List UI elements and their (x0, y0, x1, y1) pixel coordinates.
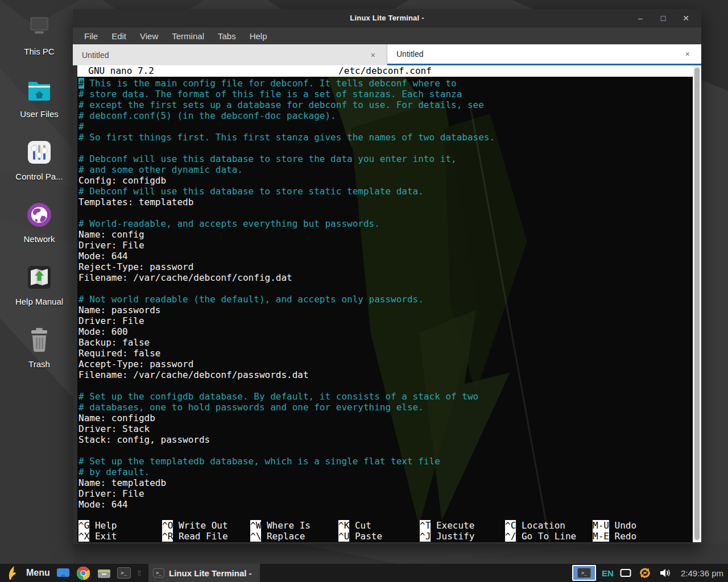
editor-line[interactable]: Driver: Stack (77, 423, 693, 434)
editor-line[interactable]: # databases, one to hold passwords and o… (77, 402, 693, 413)
editor-line[interactable]: Name: config (77, 229, 693, 240)
shortcut-write-out[interactable]: ^O Write Out (162, 520, 250, 531)
chrome-browser-icon[interactable] (76, 566, 91, 580)
desktop-icon-trash[interactable]: Trash (3, 325, 75, 388)
shortcut-exit[interactable]: ^X Exit (78, 531, 162, 542)
shortcut-justify[interactable]: ^J Justify (420, 531, 505, 542)
shortcut-location[interactable]: ^C Location (505, 520, 593, 531)
terminal-screen[interactable]: GNU nano 7.2 /etc/debconf.conf # This is… (77, 65, 693, 542)
editor-line[interactable]: # except the first sets up a database fo… (77, 99, 693, 110)
editor-line[interactable]: # Debconf will use this database to stor… (77, 186, 693, 197)
window-titlebar[interactable]: Linux Lite Terminal - – □ ✕ (73, 9, 701, 27)
tab-close-icon[interactable]: × (369, 51, 378, 60)
editor-line[interactable]: Config: configdb (77, 175, 693, 186)
volume-icon[interactable] (658, 566, 673, 580)
editor-line[interactable]: # by default. (77, 467, 693, 477)
editor-line[interactable]: Mode: 644 (77, 251, 693, 261)
editor-line[interactable]: Filename: /var/cache/debconf/passwords.d… (77, 369, 693, 380)
nano-version: GNU nano 7.2 (77, 65, 154, 76)
editor-line[interactable] (77, 283, 693, 294)
shortcut-key: ^R (162, 531, 173, 542)
editor-line[interactable] (77, 207, 693, 218)
editor-line[interactable]: Required: false (77, 348, 693, 359)
minimize-button[interactable]: – (633, 11, 648, 25)
editor-line[interactable]: Driver: File (77, 315, 693, 326)
shortcut-replace[interactable]: ^\ Replace (250, 531, 338, 542)
editor-line[interactable]: # (77, 121, 693, 132)
shortcut-redo[interactable]: M-E Redo (593, 531, 693, 542)
editor-line[interactable]: # and some other dynamic data. (77, 164, 693, 175)
editor-line[interactable]: Mode: 600 (77, 326, 693, 337)
desktop-icon-network[interactable]: Network (3, 200, 75, 263)
desktop-icon-control-panel[interactable]: Control Pa... (3, 138, 75, 200)
terminal-scrollbar[interactable] (693, 65, 701, 542)
window-controls: – □ ✕ (633, 9, 693, 27)
shortcut-go-to-line[interactable]: ^/ Go To Line (505, 531, 593, 542)
editor-line[interactable]: Reject-Type: password (77, 261, 693, 272)
maximize-button[interactable]: □ (656, 11, 671, 25)
editor-line[interactable]: # store data. The format of this file is… (77, 89, 693, 99)
editor-line[interactable]: # Debconf will use this database to stor… (77, 153, 693, 164)
desktop-icon-help-manual[interactable]: Help Manual (3, 263, 75, 325)
shortcut-cut[interactable]: ^K Cut (338, 520, 420, 531)
menu-help[interactable]: Help (244, 30, 273, 43)
display-tray-icon[interactable] (619, 566, 632, 580)
shortcut-where-is[interactable]: ^W Where Is (250, 520, 338, 531)
editor-line[interactable]: # Set up the templatedb database, which … (77, 456, 693, 467)
editor-line[interactable]: Filename: /var/cache/debconf/config.dat (77, 272, 693, 283)
panel-handle[interactable]: ⁞⁞ (138, 569, 140, 577)
menu-button[interactable]: Menu (26, 568, 50, 578)
menu-tabs[interactable]: Tabs (212, 30, 242, 43)
tray-active-window-button[interactable]: >_ (572, 565, 596, 581)
menu-terminal[interactable]: Terminal (166, 30, 210, 43)
linux-lite-menu-icon[interactable] (5, 566, 19, 580)
desktop-icon-user-files[interactable]: User Files (3, 75, 75, 138)
tab-close-icon[interactable]: × (683, 49, 692, 59)
editor-line[interactable]: # Set up the configdb database. By defau… (77, 391, 693, 402)
show-desktop-icon[interactable] (56, 566, 71, 580)
shortcut-help[interactable]: ^G Help (78, 520, 162, 531)
editor-line[interactable]: Mode: 644 (77, 499, 693, 510)
editor-line[interactable]: # World-readable, and accepts everything… (77, 218, 693, 229)
update-manager-icon[interactable] (638, 566, 652, 580)
menu-view[interactable]: View (134, 30, 164, 43)
editor-line[interactable] (77, 445, 693, 456)
nano-buffer[interactable]: # This is the main config file for debco… (77, 77, 693, 520)
taskbar-window-button[interactable]: >_ Linux Lite Terminal - (148, 564, 260, 582)
keyboard-layout-indicator[interactable]: EN (602, 568, 614, 578)
desktop-icon-this-pc[interactable]: This PC (3, 13, 75, 75)
shortcut-execute[interactable]: ^T Execute (420, 520, 505, 531)
shortcut-column: ^K Cut^U Paste (338, 520, 420, 542)
editor-line[interactable]: Stack: config, passwords (77, 434, 693, 445)
editor-line[interactable]: Name: configdb (77, 413, 693, 423)
editor-line[interactable]: Templates: templatedb (77, 197, 693, 207)
editor-line[interactable] (77, 380, 693, 391)
editor-line[interactable]: Name: templatedb (77, 477, 693, 488)
shortcut-read-file[interactable]: ^R Read File (162, 531, 250, 542)
file-manager-icon[interactable] (97, 566, 111, 580)
editor-line[interactable]: Backup: false (77, 337, 693, 348)
shortcut-paste[interactable]: ^U Paste (338, 531, 420, 542)
menu-edit[interactable]: Edit (106, 30, 132, 43)
shortcut-key: ^G (78, 520, 89, 531)
editor-line[interactable]: # debconf.conf(5) (in the debconf-doc pa… (77, 110, 693, 121)
shortcut-key: ^T (420, 520, 431, 531)
editor-line[interactable]: Accept-Type: password (77, 359, 693, 369)
close-button[interactable]: ✕ (679, 11, 693, 25)
editor-line[interactable]: Driver: File (77, 240, 693, 251)
editor-line[interactable]: # This is the main config file for debco… (77, 78, 693, 89)
editor-line[interactable]: Driver: File (77, 488, 693, 499)
menu-file[interactable]: File (78, 30, 104, 43)
scrollbar-thumb[interactable] (694, 68, 700, 540)
editor-line[interactable] (77, 143, 693, 153)
terminal-frame: GNU nano 7.2 /etc/debconf.conf # This is… (73, 65, 701, 544)
taskbar-clock[interactable]: 2:49:36 pm (681, 568, 723, 578)
terminal-launcher-icon[interactable]: >_ (117, 567, 131, 579)
editor-line[interactable]: # So first things first. This first stan… (77, 132, 693, 143)
tab-untitled-1[interactable]: Untitled × (73, 44, 387, 65)
tab-untitled-2[interactable]: Untitled × (387, 44, 701, 65)
editor-line[interactable]: # Not world readable (the default), and … (77, 294, 693, 305)
terminal-task-icon: >_ (153, 568, 164, 577)
shortcut-undo[interactable]: M-U Undo (593, 520, 693, 531)
editor-line[interactable]: Name: passwords (77, 305, 693, 315)
